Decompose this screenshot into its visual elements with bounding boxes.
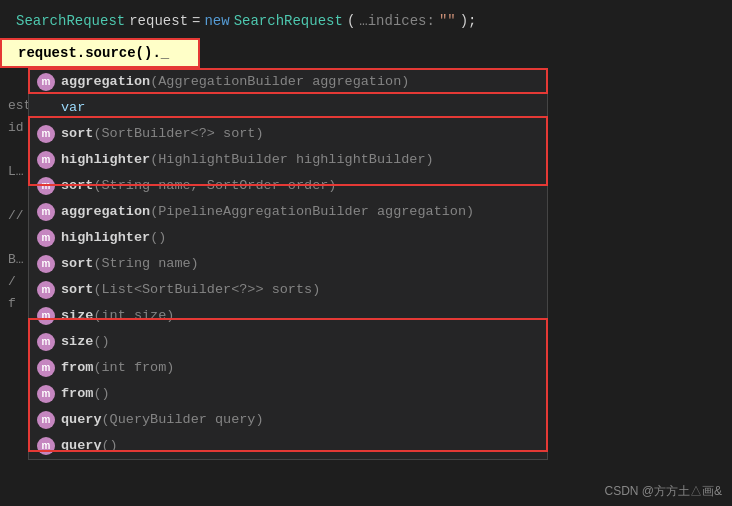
ac-method-size1: size(int size) <box>61 305 174 327</box>
ac-method-hl1: highlighter(HighlightBuilder highlightBu… <box>61 149 434 171</box>
gray-param: …indices: <box>359 10 435 32</box>
ac-item-sort-1[interactable]: m sort(SortBuilder<?> sort) <box>29 121 547 147</box>
method-icon-sort1: m <box>37 125 55 143</box>
current-line-text: request.source(). <box>18 45 161 61</box>
close-paren-semi: ); <box>460 10 477 32</box>
method-icon-query2: m <box>37 437 55 455</box>
constructor: SearchRequest <box>234 10 343 32</box>
ac-method-agg2: aggregation(PipelineAggregationBuilder a… <box>61 201 474 223</box>
current-line: request.source()._ <box>0 38 200 68</box>
ac-item-size-2[interactable]: m size() <box>29 329 547 355</box>
open-paren: ( <box>347 10 355 32</box>
method-icon-query1: m <box>37 411 55 429</box>
watermark: CSDN @方方土△画& <box>604 483 722 500</box>
method-icon-sort3: m <box>37 255 55 273</box>
ac-item-query-2[interactable]: m query() <box>29 433 547 459</box>
cursor-dot: _ <box>161 45 169 61</box>
ac-item-sort-4[interactable]: m sort(List<SortBuilder<?>> sorts) <box>29 277 547 303</box>
method-icon-from2: m <box>37 385 55 403</box>
bg-code-left: est id L… // B… / f <box>0 95 31 315</box>
ac-item-highlighter-2[interactable]: m highlighter() <box>29 225 547 251</box>
ac-method-from2: from() <box>61 383 110 405</box>
method-icon-sort2: m <box>37 177 55 195</box>
ac-item-aggregation-1[interactable]: m aggregation(AggregationBuilder aggrega… <box>29 69 547 95</box>
method-icon-hl1: m <box>37 151 55 169</box>
ac-method-size2: size() <box>61 331 110 353</box>
ac-method-hl2: highlighter() <box>61 227 166 249</box>
method-icon-sort4: m <box>37 281 55 299</box>
editor: SearchRequest request = new SearchReques… <box>0 0 732 506</box>
ac-method-sort1: sort(SortBuilder<?> sort) <box>61 123 264 145</box>
ac-method-from1: from(int from) <box>61 357 174 379</box>
ac-item-from-2[interactable]: m from() <box>29 381 547 407</box>
type-searchrequest: SearchRequest <box>16 10 125 32</box>
ac-item-query-1[interactable]: m query(QueryBuilder query) <box>29 407 547 433</box>
method-icon-1: m <box>37 73 55 91</box>
autocomplete-dropdown[interactable]: m aggregation(AggregationBuilder aggrega… <box>28 68 548 460</box>
top-code-area: SearchRequest request = new SearchReques… <box>0 0 732 38</box>
ac-item-sort-3[interactable]: m sort(String name) <box>29 251 547 277</box>
ac-method-name-1: aggregation(AggregationBuilder aggregati… <box>61 71 409 93</box>
ac-item-size-1[interactable]: m size(int size) <box>29 303 547 329</box>
code-line-1: SearchRequest request = new SearchReques… <box>16 10 716 32</box>
ac-item-highlighter-1[interactable]: m highlighter(HighlightBuilder highlight… <box>29 147 547 173</box>
ac-item-aggregation-2[interactable]: m aggregation(PipelineAggregationBuilder… <box>29 199 547 225</box>
current-line-wrapper: request.source()._ <box>0 38 732 68</box>
method-icon-size1: m <box>37 307 55 325</box>
ac-method-query1: query(QueryBuilder query) <box>61 409 264 431</box>
string-val: "" <box>439 10 456 32</box>
ac-item-sort-2[interactable]: m sort(String name, SortOrder order) <box>29 173 547 199</box>
var-request: request <box>129 10 188 32</box>
equals: = <box>192 10 200 32</box>
ac-method-sort2: sort(String name, SortOrder order) <box>61 175 336 197</box>
method-icon-size2: m <box>37 333 55 351</box>
ac-method-sort3: sort(String name) <box>61 253 199 275</box>
method-icon-hl2: m <box>37 229 55 247</box>
ac-item-var[interactable]: var <box>29 95 547 121</box>
ac-method-query2: query() <box>61 435 118 457</box>
method-icon-from1: m <box>37 359 55 377</box>
method-icon-agg2: m <box>37 203 55 221</box>
ac-item-from-1[interactable]: m from(int from) <box>29 355 547 381</box>
kw-new: new <box>204 10 229 32</box>
ac-method-sort4: sort(List<SortBuilder<?>> sorts) <box>61 279 320 301</box>
